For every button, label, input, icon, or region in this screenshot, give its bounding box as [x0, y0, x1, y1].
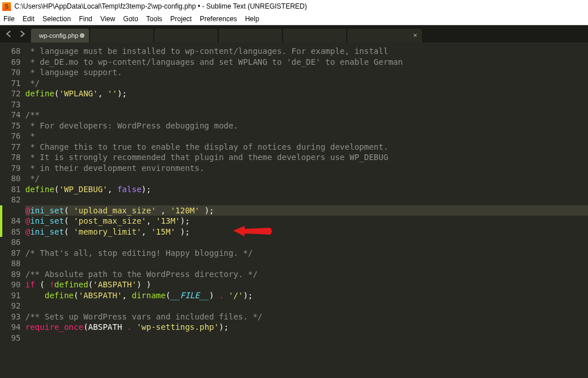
- code-line[interactable]: *: [25, 131, 588, 142]
- line-number: 78: [0, 152, 21, 163]
- nav-back-icon[interactable]: [6, 30, 13, 37]
- line-number: 81: [0, 184, 21, 195]
- code-line[interactable]: @ini_set( 'upload_max_size' , '120M' );: [25, 205, 588, 216]
- code-line[interactable]: /** Sets up WordPress vars and included …: [25, 311, 588, 322]
- line-number: 71: [0, 78, 21, 89]
- tab-ghost[interactable]: .: [283, 29, 346, 42]
- code-line[interactable]: [25, 194, 588, 205]
- tab-dirty-indicator: [80, 33, 84, 38]
- code-line[interactable]: */: [25, 78, 588, 89]
- line-number: 68: [0, 46, 21, 57]
- line-number: 70: [0, 67, 21, 78]
- line-number: 94: [0, 322, 21, 333]
- code-line[interactable]: * in their development environments.: [25, 163, 588, 174]
- line-number: 77: [0, 142, 21, 153]
- menu-preferences[interactable]: Preferences: [200, 15, 237, 23]
- line-number: 75: [0, 120, 21, 131]
- code-line[interactable]: /* That's all, stop editing! Happy blogg…: [25, 248, 588, 259]
- code-line[interactable]: * language must be installed to wp-conte…: [25, 46, 588, 57]
- code-line[interactable]: if ( !defined('ABSPATH') ): [25, 279, 588, 290]
- line-number: 73: [0, 99, 21, 110]
- editor[interactable]: 6869707172737475767778798081828384858687…: [0, 42, 588, 378]
- code-line[interactable]: * language support.: [25, 67, 588, 78]
- code-line[interactable]: define('WP_DEBUG', false);: [25, 184, 588, 195]
- line-number: 93: [0, 311, 21, 322]
- line-number: 90: [0, 279, 21, 290]
- menu-project[interactable]: Project: [171, 15, 192, 23]
- code-line[interactable]: [25, 237, 588, 248]
- code-line[interactable]: [25, 333, 588, 344]
- menu-selection[interactable]: Selection: [42, 15, 71, 23]
- line-number: 87: [0, 248, 21, 259]
- code-line[interactable]: /**: [25, 110, 588, 120]
- tab-ghost[interactable]: .: [219, 29, 282, 42]
- menu-find[interactable]: Find: [79, 15, 92, 23]
- code-line[interactable]: require_once(ABSPATH . 'wp-settings.php'…: [25, 322, 588, 333]
- line-number-gutter: 6869707172737475767778798081828384858687…: [0, 42, 25, 378]
- tab-ghost[interactable]: .: [154, 29, 218, 42]
- line-number: 69: [0, 57, 21, 68]
- line-number: 88: [0, 258, 21, 269]
- nav-forward-icon[interactable]: [18, 30, 25, 37]
- line-number: 85: [0, 227, 21, 237]
- tab-active[interactable]: wp-config.php: [31, 29, 89, 42]
- menu-file[interactable]: File: [3, 15, 14, 23]
- line-number: 82: [0, 194, 21, 205]
- code-line[interactable]: * de_DE.mo to wp-content/languages and s…: [25, 57, 588, 68]
- modified-indicator: [0, 205, 2, 237]
- line-number: 95: [0, 333, 21, 344]
- code-area[interactable]: * language must be installed to wp-conte…: [25, 42, 588, 378]
- line-number: 92: [0, 301, 21, 311]
- code-line[interactable]: define('WPLANG', '');: [25, 88, 588, 99]
- code-line[interactable]: * It is strongly recommended that plugin…: [25, 152, 588, 163]
- code-line[interactable]: @ini_set( 'post_max_size', '13M');: [25, 216, 588, 227]
- close-icon[interactable]: ×: [413, 32, 417, 40]
- app-icon: S: [2, 2, 11, 11]
- code-line[interactable]: define('ABSPATH', dirname(__FILE__) . '/…: [25, 290, 588, 301]
- line-number: 80: [0, 173, 21, 184]
- line-number: 86: [0, 237, 21, 248]
- code-line[interactable]: [25, 258, 588, 269]
- tab-strip: wp-config.php . . . . . ×: [0, 25, 588, 42]
- window-title: C:\Users\HP\AppData\Local\Temp\fz3temp-2…: [14, 2, 307, 10]
- code-line[interactable]: @ini_set( 'memory_limit', '15M' );: [25, 227, 588, 237]
- menu-tools[interactable]: Tools: [146, 15, 163, 23]
- line-number: 79: [0, 163, 21, 174]
- menubar: File Edit Selection Find View Goto Tools…: [0, 13, 588, 25]
- code-line[interactable]: [25, 301, 588, 311]
- code-line[interactable]: /** Absolute path to the WordPress direc…: [25, 269, 588, 280]
- code-line[interactable]: */: [25, 173, 588, 184]
- menu-view[interactable]: View: [100, 15, 115, 23]
- code-line[interactable]: * Change this to true to enable the disp…: [25, 142, 588, 153]
- line-number: 89: [0, 269, 21, 280]
- svg-marker-0: [233, 226, 272, 236]
- window-titlebar: S C:\Users\HP\AppData\Local\Temp\fz3temp…: [0, 0, 588, 13]
- menu-goto[interactable]: Goto: [123, 15, 138, 23]
- tab-ghost[interactable]: .: [90, 29, 153, 42]
- line-number: 84: [0, 216, 21, 227]
- menu-help[interactable]: Help: [245, 15, 260, 23]
- line-number: 74: [0, 110, 21, 120]
- tab-label: wp-config.php: [39, 32, 79, 39]
- code-line[interactable]: [25, 99, 588, 110]
- line-number: 91: [0, 290, 21, 301]
- tab-ghost[interactable]: . ×: [347, 29, 422, 42]
- line-number: 72: [0, 88, 21, 99]
- code-line[interactable]: * For developers: WordPress debugging mo…: [25, 120, 588, 131]
- menu-edit[interactable]: Edit: [22, 15, 34, 23]
- line-number: 76: [0, 131, 21, 142]
